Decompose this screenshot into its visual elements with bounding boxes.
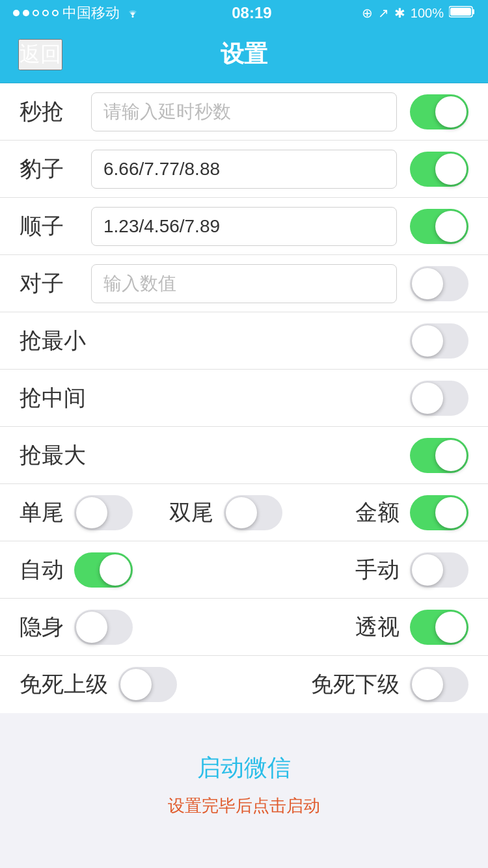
label-shoudong: 手动: [355, 555, 400, 585]
group-yinshen: 隐身: [20, 610, 244, 645]
label-miansixiaji: 免死下级: [311, 670, 400, 699]
nav-bar: 返回 设置: [0, 26, 488, 83]
svg-rect-2: [472, 9, 474, 14]
label-toushi: 透视: [355, 612, 400, 642]
toggle-qiangzhongjian[interactable]: [410, 381, 468, 416]
group-toushi: 透视: [244, 610, 468, 645]
time-label: 08:19: [232, 4, 271, 22]
label-qiangzuida: 抢最大: [20, 441, 111, 470]
signal-dots: [13, 10, 59, 16]
row-inline-wei: 单尾 双尾 金额: [0, 484, 488, 541]
row-qiangzuixiao: 抢最小: [0, 312, 488, 370]
label-miaoqiang: 秒抢: [20, 97, 91, 127]
dot5: [52, 10, 59, 16]
toggle-toushi[interactable]: [410, 610, 468, 645]
start-wechat-button[interactable]: 启动微信: [197, 752, 291, 784]
carrier-label: 中国移动: [62, 3, 120, 23]
toggle-duizi[interactable]: [410, 266, 468, 301]
lock-icon: ⊕: [362, 5, 373, 21]
settings-list: 秒抢 豹子 顺子 对子 抢最小 抢中间 抢最大 单: [0, 83, 488, 713]
row-qiangzuida: 抢最大: [0, 427, 488, 484]
inline-danwei: 单尾: [20, 495, 169, 530]
dot4: [42, 10, 49, 16]
toggle-qiangzuida[interactable]: [410, 438, 468, 473]
status-bar: 中国移动 08:19 ⊕ ↗ ✱ 100%: [0, 0, 488, 26]
input-miaoqiang[interactable]: [91, 92, 397, 131]
label-shuangwei: 双尾: [169, 498, 213, 528]
input-duizi[interactable]: [91, 264, 397, 303]
label-qiangzuixiao: 抢最小: [20, 326, 111, 356]
row-duizi: 对子: [0, 255, 488, 312]
group-zidong: 自动: [20, 552, 244, 588]
footer: 启动微信 设置完毕后点击启动: [0, 713, 488, 843]
dot1: [13, 10, 20, 16]
input-baozi[interactable]: [91, 150, 397, 189]
inline-shuangwei: 双尾: [169, 495, 319, 530]
location-icon: ↗: [378, 5, 389, 21]
row-miaoqiang: 秒抢: [0, 83, 488, 141]
label-shunzi: 顺子: [20, 211, 91, 241]
inline-jine: 金额: [319, 495, 468, 530]
toggle-miansishangji[interactable]: [118, 667, 177, 702]
toggle-shoudong[interactable]: [410, 552, 468, 588]
row-yinshen-toushi: 隐身 透视: [0, 599, 488, 656]
row-baozi: 豹子: [0, 141, 488, 198]
label-qiangzhongjian: 抢中间: [20, 383, 111, 413]
row-zidong-shoudong: 自动 手动: [0, 541, 488, 599]
row-qiangzhongjian: 抢中间: [0, 370, 488, 427]
toggle-miansixiaji[interactable]: [410, 667, 468, 702]
toggle-miaoqiang[interactable]: [410, 94, 468, 129]
status-right: ⊕ ↗ ✱ 100%: [362, 5, 475, 21]
svg-rect-3: [450, 8, 471, 16]
toggle-yinshen[interactable]: [74, 610, 133, 645]
dot3: [33, 10, 39, 16]
label-duizi: 对子: [20, 269, 91, 299]
toggle-qiangzuixiao[interactable]: [410, 323, 468, 359]
label-yinshen: 隐身: [20, 612, 64, 642]
toggle-zidong[interactable]: [74, 552, 133, 588]
status-left: 中国移动: [13, 3, 142, 23]
wifi-icon: [124, 4, 142, 22]
battery-icon: [449, 5, 475, 21]
back-button[interactable]: 返回: [18, 39, 62, 70]
toggle-baozi[interactable]: [410, 152, 468, 187]
input-shunzi[interactable]: [91, 207, 397, 246]
toggle-shuangwei[interactable]: [224, 495, 282, 530]
toggle-danwei[interactable]: [74, 495, 133, 530]
label-baozi: 豹子: [20, 154, 91, 184]
row-miansishangji-xiaji: 免死上级 免死下级: [0, 656, 488, 713]
battery-label: 100%: [411, 6, 444, 21]
dot2: [23, 10, 29, 16]
label-miansishangji: 免死上级: [20, 670, 108, 699]
label-zidong: 自动: [20, 555, 64, 585]
toggle-jine[interactable]: [410, 495, 468, 530]
label-jine: 金额: [355, 498, 400, 528]
group-miansishangji: 免死上级: [20, 667, 244, 702]
label-danwei: 单尾: [20, 498, 64, 528]
svg-point-0: [132, 16, 134, 18]
nav-title: 设置: [221, 38, 267, 70]
row-shunzi: 顺子: [0, 198, 488, 255]
group-shoudong: 手动: [244, 552, 468, 588]
toggle-shunzi[interactable]: [410, 209, 468, 244]
group-miansixiaji: 免死下级: [244, 667, 468, 702]
footer-hint: 设置完毕后点击启动: [168, 794, 320, 817]
bluetooth-icon: ✱: [394, 5, 405, 21]
